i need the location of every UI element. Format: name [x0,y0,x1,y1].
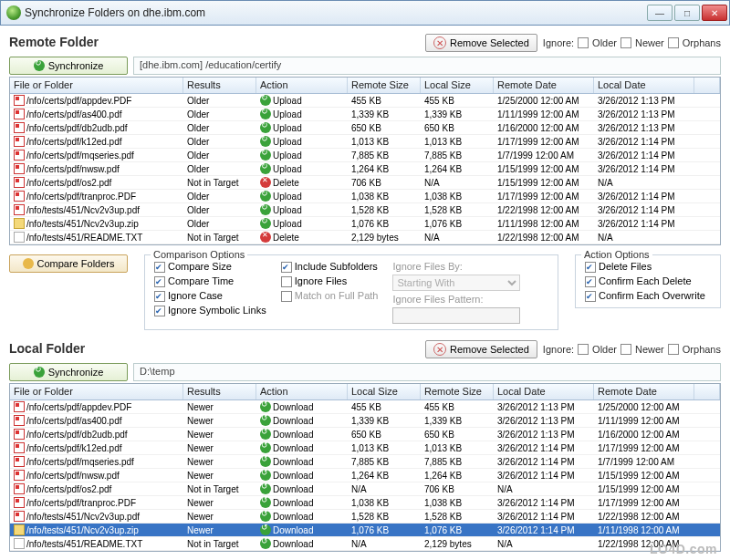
local-ignore-orphans-checkbox[interactable] [668,344,679,355]
cell: 1,264 KB [421,164,494,174]
cell: 455 KB [421,402,494,412]
column-header[interactable]: Results [183,384,256,399]
column-header[interactable]: Local Size [421,78,494,93]
remote-ignore-newer-checkbox[interactable] [620,37,631,48]
table-row[interactable]: /nfo/certs/pdf/db2udb.pdfOlderUpload650 … [10,121,720,135]
txt-icon [14,538,25,549]
cell: 3/26/2012 1:14 PM [594,164,694,174]
cell: 3/26/2012 1:14 PM [594,205,694,215]
pdf-icon [14,429,25,440]
maximize-button[interactable]: □ [674,5,700,21]
column-header[interactable]: Local Size [348,384,421,399]
cell: 7,885 KB [348,150,421,161]
cell: /nfo/certs/pdf/db2udb.pdf [10,122,183,133]
column-header[interactable]: File or Folder [10,78,183,93]
table-row[interactable]: /nfo/certs/pdf/mqseries.pdfNewerDownload… [10,455,720,469]
table-row[interactable]: /nfo/tests/451/Ncv2v3up.pdfNewerDownload… [10,510,720,524]
table-row[interactable]: /nfo/certs/pdf/appdev.PDFNewerDownload45… [10,400,720,414]
column-header[interactable]: Remote Size [348,78,421,93]
cell: /nfo/certs/pdf/as400.pdf [10,109,183,119]
table-row[interactable]: /nfo/certs/pdf/appdev.PDFOlderUpload455 … [10,94,720,108]
table-row[interactable]: /nfo/tests/451/Ncv2v3up.zipNewerDownload… [10,524,720,537]
table-row[interactable]: /nfo/tests/451/README.TXTNot in TargetDe… [10,231,720,244]
local-ignore-newer-checkbox[interactable] [620,344,631,355]
cell: Older [183,137,256,147]
cell: 1/15/1999 12:00 AM [494,178,594,188]
delete-files-checkbox[interactable] [585,262,596,273]
cell: 1/22/1998 12:00 AM [594,512,694,522]
table-row[interactable]: /nfo/certs/pdf/os2.pdfNot in TargetDownl… [10,482,720,496]
column-header[interactable] [694,78,720,93]
compare-folders-button[interactable]: Compare Folders [9,254,128,273]
cell: 1,264 KB [348,471,421,481]
cell: 1/17/1999 12:00 AM [494,192,594,202]
table-row[interactable]: /nfo/tests/451/Ncv2v3up.pdfOlderUpload1,… [10,203,720,217]
cell: 1,339 KB [348,109,421,119]
table-row[interactable]: /nfo/certs/pdf/mqseries.pdfOlderUpload7,… [10,149,720,162]
cell: Download [256,429,348,440]
cell: /nfo/tests/451/Ncv2v3up.zip [10,218,183,229]
table-row[interactable]: /nfo/certs/pdf/k12ed.pdfOlderUpload1,013… [10,135,720,149]
cell: /nfo/certs/pdf/tranproc.PDF [10,191,183,202]
column-header[interactable]: Local Date [494,384,594,399]
column-header[interactable]: File or Folder [10,384,183,399]
cell: 3/26/2012 1:14 PM [494,498,594,508]
column-header[interactable]: Remote Date [594,384,694,399]
remote-synchronize-button[interactable]: Synchronize [9,57,128,75]
cell: Delete [256,232,348,243]
column-header[interactable]: Results [183,78,256,93]
close-button[interactable]: ✕ [702,5,727,21]
confirm-delete-checkbox[interactable] [585,276,596,287]
table-row[interactable]: /nfo/certs/pdf/tranproc.PDFNewerDownload… [10,496,720,510]
include-subfolders-checkbox[interactable] [281,262,292,273]
cell: 1,038 KB [348,498,421,508]
cell: Older [183,164,256,174]
remote-ignore-older-label: Older [592,37,617,48]
pdf-icon [14,511,25,522]
ignore-links-checkbox[interactable] [154,306,165,316]
ignore-case-checkbox[interactable] [154,291,165,302]
cell: /nfo/certs/pdf/k12ed.pdf [10,442,183,453]
column-header[interactable]: Remote Date [494,78,594,93]
table-row[interactable]: /nfo/certs/pdf/db2udb.pdfNewerDownload65… [10,428,720,441]
table-row[interactable]: /nfo/certs/pdf/k12ed.pdfNewerDownload1,0… [10,441,720,455]
remote-ignore-older-checkbox[interactable] [578,37,589,48]
column-header[interactable] [694,384,720,399]
cell: 1,013 KB [348,443,421,453]
match-full-path-checkbox[interactable] [281,291,292,302]
cell: 1,264 KB [348,164,421,174]
column-header[interactable]: Local Date [594,78,694,93]
local-ignore-older-checkbox[interactable] [578,344,589,355]
local-synchronize-button[interactable]: Synchronize [9,363,128,381]
cell: Upload [256,218,348,229]
ignore-files-checkbox[interactable] [281,276,292,287]
cell: /nfo/tests/451/Ncv2v3up.pdf [10,511,183,522]
remote-ignore-orphans-label: Orphans [683,37,721,48]
local-ignore-older-label: Older [592,344,617,355]
table-row[interactable]: /nfo/certs/pdf/nwsw.pdfNewerDownload1,26… [10,469,720,482]
local-remove-selected-button[interactable]: ✕ Remove Selected [425,340,537,358]
pdf-icon [14,456,25,467]
sync-icon [34,367,45,378]
compare-size-checkbox[interactable] [154,262,165,273]
column-header[interactable]: Action [256,78,348,93]
table-row[interactable]: /nfo/certs/pdf/os2.pdfNot in TargetDelet… [10,176,720,190]
cell: N/A [594,178,694,188]
watermark: LO4D.com [650,542,717,556]
compare-time-checkbox[interactable] [154,276,165,287]
column-header[interactable]: Remote Size [421,384,494,399]
table-row[interactable]: /nfo/tests/451/README.TXTNot in TargetDo… [10,537,720,551]
table-row[interactable]: /nfo/certs/pdf/tranproc.PDFOlderUpload1,… [10,190,720,203]
table-row[interactable]: /nfo/tests/451/Ncv2v3up.zipOlderUpload1,… [10,217,720,231]
cell: /nfo/certs/pdf/appdev.PDF [10,95,183,106]
local-ignore-orphans-label: Orphans [683,344,721,355]
confirm-overwrite-checkbox[interactable] [585,291,596,302]
remote-remove-selected-button[interactable]: ✕ Remove Selected [425,34,537,52]
cell: Download [256,470,348,481]
table-row[interactable]: /nfo/certs/pdf/as400.pdfNewerDownload1,3… [10,414,720,428]
minimize-button[interactable]: — [647,5,673,21]
table-row[interactable]: /nfo/certs/pdf/as400.pdfOlderUpload1,339… [10,108,720,121]
table-row[interactable]: /nfo/certs/pdf/nwsw.pdfOlderUpload1,264 … [10,162,720,176]
remote-ignore-orphans-checkbox[interactable] [668,37,679,48]
column-header[interactable]: Action [256,384,348,399]
